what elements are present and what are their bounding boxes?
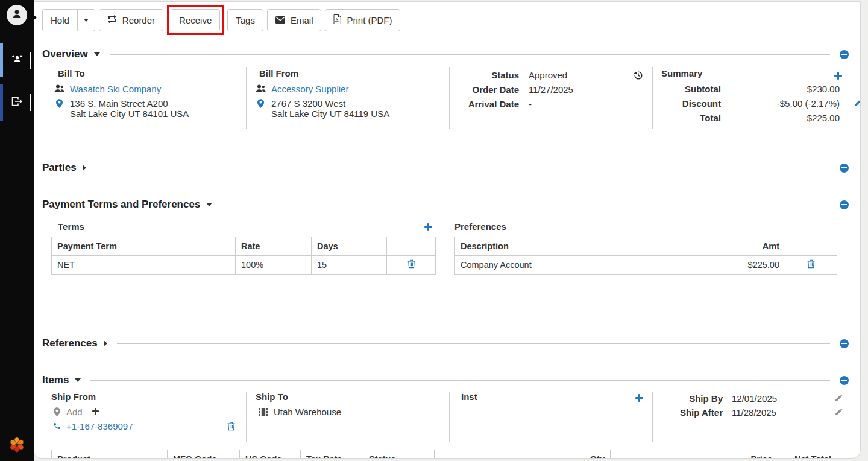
inst-add-button[interactable] (635, 394, 643, 402)
ship-from-phone-link[interactable]: +1-167-8369097 (66, 421, 133, 432)
parties-section-header[interactable]: Parties (42, 161, 849, 174)
pencil-icon (835, 394, 843, 402)
tags-button-label: Tags (236, 15, 255, 25)
parties-section-title: Parties (42, 162, 77, 174)
caret-right-icon (104, 340, 107, 346)
hold-dropdown-button[interactable] (78, 9, 95, 31)
preferences-col-actions (785, 237, 837, 256)
status-history-button[interactable] (634, 71, 643, 80)
total-label: Total (661, 112, 721, 124)
sidebar (0, 0, 34, 461)
receive-button-label: Receive (179, 15, 212, 25)
preferences-col-amt: Amt (678, 237, 785, 256)
summary-add-button[interactable] (834, 72, 842, 80)
section-divider-line (110, 54, 830, 55)
pencil-icon (854, 99, 861, 107)
email-button-label: Email (291, 15, 313, 25)
term-delete-button[interactable] (407, 259, 415, 269)
ship-dates-block: Ship By 12/01/2025 Ship After 11/28/2025 (661, 393, 844, 421)
preference-delete-button[interactable] (807, 259, 815, 269)
email-button[interactable]: Email (267, 9, 322, 31)
pencil-icon (835, 408, 843, 416)
tags-button[interactable]: Tags (227, 9, 263, 31)
receive-button[interactable]: Receive (171, 9, 220, 31)
ship-after-value: 11/28/2025 (732, 407, 776, 418)
ship-by-value: 12/01/2025 (732, 393, 777, 404)
overview-column-divider (246, 67, 247, 129)
references-section-header[interactable]: References (42, 337, 849, 350)
ship-to-block: Ship To Utah Warehouse (256, 392, 436, 421)
arrival-date-label: Arrival Date (464, 98, 519, 110)
term-cell-days: 15 (312, 256, 387, 275)
arrival-date-value: - (529, 98, 532, 110)
caret-down-icon (94, 52, 100, 56)
user-avatar[interactable] (7, 5, 27, 25)
ship-from-add-button[interactable] (92, 408, 99, 415)
people-icon (256, 83, 266, 93)
items-section-header[interactable]: Items (42, 374, 849, 387)
discount-label: Discount (661, 98, 721, 109)
warehouse-icon (258, 406, 268, 416)
term-cell-rate: 100% (236, 256, 312, 275)
discount-edit-button[interactable] (854, 99, 861, 107)
sidebar-nav-item-2[interactable] (0, 84, 34, 121)
ship-by-edit-button[interactable] (835, 394, 843, 402)
items-table: Product MFG Code US Code Tax Rate Status… (51, 450, 837, 459)
terms-add-button[interactable] (424, 223, 432, 231)
subtotal-label: Subtotal (661, 83, 721, 95)
term-cell-payment-term: NET (52, 256, 236, 275)
items-table-header-row: Product MFG Code US Code Tax Rate Status… (52, 450, 837, 459)
order-date-value: 11/27/2025 (529, 84, 573, 95)
nav-tick (30, 94, 31, 111)
receive-highlight-box: Receive (167, 5, 224, 35)
sidebar-flyout-arrow (34, 15, 37, 20)
subtotal-value: $230.00 (721, 83, 844, 95)
history-icon (634, 71, 643, 80)
overview-section-header[interactable]: Overview (42, 48, 849, 61)
sidebar-nav-item-1[interactable] (0, 43, 34, 77)
location-pin-icon (256, 98, 266, 108)
overview-collapse-button[interactable] (840, 50, 849, 59)
hold-button[interactable]: Hold (42, 9, 78, 31)
items-col-price: Price (611, 450, 778, 459)
bill-to-company-link[interactable]: Wasatch Ski Company (70, 83, 161, 95)
caret-right-icon (83, 165, 86, 171)
section-divider-line (90, 380, 830, 381)
preferences-table-header-row: Description Amt (455, 237, 837, 256)
parties-collapse-button[interactable] (840, 164, 849, 173)
overview-column-divider (652, 67, 653, 129)
nav-active-indicator-dark (0, 84, 3, 121)
items-collapse-button[interactable] (840, 376, 849, 385)
payment-terms-section-header[interactable]: Payment Terms and Preferences (42, 198, 849, 211)
references-collapse-button[interactable] (840, 339, 849, 348)
items-col-mfg-code: MFG Code (168, 450, 240, 459)
items-col-us-code: US Code (240, 450, 301, 459)
envelope-icon (275, 15, 285, 25)
bill-from-company-link[interactable]: Accessory Supplier (271, 83, 348, 95)
ship-after-edit-button[interactable] (835, 408, 843, 416)
inst-block: Inst (461, 392, 477, 406)
trash-icon (807, 259, 815, 269)
screen: Hold Reorder Receive Tags Email Print (P… (0, 0, 868, 461)
print-pdf-button[interactable]: Print (PDF) (325, 9, 400, 31)
payment-terms-collapse-button[interactable] (840, 200, 849, 209)
app-flower-logo (8, 436, 26, 454)
total-value: $225.00 (721, 112, 844, 124)
items-col-status: Status (363, 450, 435, 459)
bill-to-heading: Bill To (54, 68, 241, 78)
order-date-label: Order Date (464, 84, 519, 95)
summary-block: Summary Subtotal $230.00 Discount -$5.00… (661, 68, 844, 127)
ship-from-phone-delete-button[interactable] (227, 422, 235, 431)
ship-from-add-label[interactable]: Add (66, 406, 83, 418)
preferences-heading: Preferences (454, 221, 506, 232)
location-pin-icon (54, 98, 64, 108)
person-icon (11, 8, 22, 22)
ship-to-heading: Ship To (256, 392, 436, 402)
preferences-table-row: Company Account $225.00 (455, 256, 837, 275)
section-divider-line (96, 168, 830, 168)
items-column-divider (449, 392, 450, 442)
terms-col-payment-term: Payment Term (52, 237, 236, 256)
section-divider-line (222, 205, 830, 205)
reorder-button[interactable]: Reorder (99, 9, 163, 31)
logout-icon (11, 97, 22, 109)
